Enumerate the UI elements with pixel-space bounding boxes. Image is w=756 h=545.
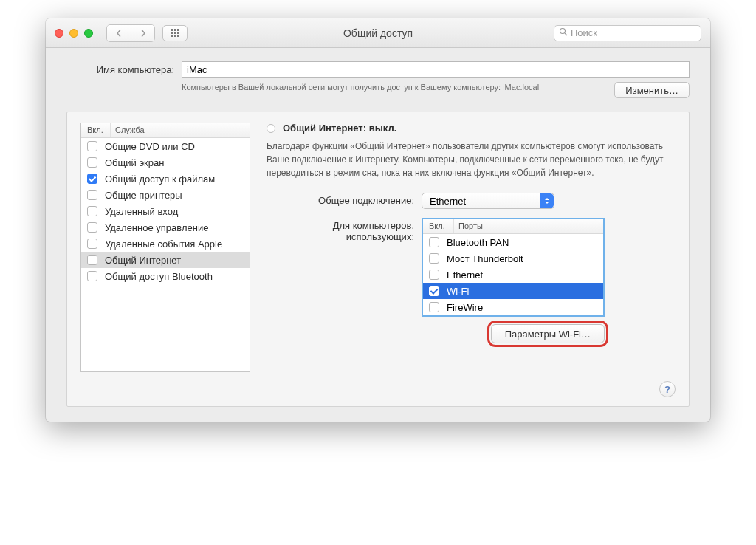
computer-name-desc-row: Компьютеры в Вашей локальной сети могут … [66, 82, 690, 98]
computer-name-label: Имя компьютера: [66, 64, 182, 75]
search-field[interactable]: Поиск [554, 25, 701, 41]
sharing-panel: Вкл. Служба Общие DVD или CDОбщий экранО… [66, 112, 690, 407]
status-indicator-icon [267, 124, 275, 133]
service-description: Благодаря функции «Общий Интернет» польз… [267, 140, 676, 179]
connection-value: Ethernet [430, 196, 466, 207]
computer-name-input[interactable] [182, 61, 690, 78]
wifi-params-row: Параметры Wi-Fi… [422, 324, 605, 343]
ports-header-on: Вкл. [423, 219, 454, 233]
port-row[interactable]: Мост Thunderbolt [423, 250, 603, 267]
titlebar: Общий доступ Поиск [46, 18, 710, 48]
service-row[interactable]: Общие принтеры [81, 187, 250, 203]
wifi-options-button[interactable]: Параметры Wi-Fi… [491, 324, 605, 343]
port-row[interactable]: Wi-Fi [423, 283, 603, 299]
change-name-button[interactable]: Изменить… [614, 82, 690, 98]
minimize-icon[interactable] [69, 29, 78, 38]
header-service: Служба [111, 123, 145, 137]
service-checkbox[interactable] [87, 255, 97, 265]
port-label: FireWire [447, 302, 483, 313]
port-row[interactable]: Ethernet [423, 267, 603, 283]
ports-header-name: Порты [454, 219, 483, 233]
service-label: Общий доступ Bluetooth [105, 271, 213, 282]
service-checkbox[interactable] [87, 206, 97, 216]
port-label: Ethernet [447, 270, 483, 281]
port-checkbox[interactable] [429, 253, 439, 264]
port-checkbox[interactable] [429, 237, 439, 247]
grid-icon [171, 29, 179, 37]
port-checkbox[interactable] [429, 302, 439, 312]
service-checkbox[interactable] [87, 157, 97, 168]
service-label: Удаленное управление [105, 222, 208, 233]
select-arrows-icon [540, 193, 554, 208]
service-row[interactable]: Общий доступ к файлам [81, 171, 250, 187]
service-checkbox[interactable] [87, 271, 97, 281]
connection-label: Общее подключение: [267, 193, 422, 206]
service-row[interactable]: Общий доступ Bluetooth [81, 268, 250, 284]
search-icon [559, 27, 568, 38]
help-button[interactable]: ? [659, 381, 676, 397]
service-row[interactable]: Общий экран [81, 154, 250, 171]
svg-point-0 [560, 29, 566, 34]
chevron-right-icon [140, 30, 147, 37]
status-text: Общий Интернет: выкл. [283, 123, 396, 134]
header-on: Вкл. [81, 123, 111, 137]
service-status: Общий Интернет: выкл. [267, 123, 676, 134]
svg-line-1 [565, 33, 567, 35]
service-label: Удаленный вход [105, 206, 178, 217]
services-header: Вкл. Служба [81, 123, 250, 138]
show-all-button[interactable] [162, 25, 188, 41]
close-icon[interactable] [55, 29, 63, 38]
service-checkbox[interactable] [87, 174, 97, 184]
window-body: Имя компьютера: Компьютеры в Вашей локал… [46, 48, 710, 422]
computer-name-description: Компьютеры в Вашей локальной сети могут … [182, 82, 614, 98]
service-label: Общий Интернет [105, 255, 181, 266]
service-label: Общий экран [105, 157, 164, 168]
service-row[interactable]: Удаленные события Apple [81, 236, 250, 252]
connection-select[interactable]: Ethernet [422, 193, 554, 209]
service-row[interactable]: Удаленное управление [81, 219, 250, 236]
ports-row: Для компьютеров, использующих: Вкл. Порт… [267, 218, 676, 343]
window-controls [55, 29, 93, 38]
service-checkbox[interactable] [87, 190, 97, 200]
service-row[interactable]: Удаленный вход [81, 203, 250, 219]
chevron-left-icon [115, 30, 123, 37]
service-row[interactable]: Общий Интернет [81, 252, 250, 268]
preferences-window: Общий доступ Поиск Имя компьютера: Компь… [46, 18, 710, 422]
services-list[interactable]: Вкл. Служба Общие DVD или CDОбщий экранО… [80, 123, 250, 372]
port-label: Bluetooth PAN [447, 237, 509, 248]
port-row[interactable]: FireWire [423, 299, 603, 315]
ports-label: Для компьютеров, использующих: [267, 218, 422, 242]
port-checkbox[interactable] [429, 286, 439, 296]
search-placeholder: Поиск [571, 27, 597, 38]
port-label: Wi-Fi [447, 286, 469, 297]
service-detail: Общий Интернет: выкл. Благодаря функции … [250, 123, 676, 394]
ports-header: Вкл. Порты [423, 219, 603, 234]
zoom-icon[interactable] [84, 29, 93, 38]
service-checkbox[interactable] [87, 222, 97, 233]
back-button[interactable] [107, 25, 131, 41]
nav-back-forward [106, 24, 155, 42]
port-row[interactable]: Bluetooth PAN [423, 234, 603, 250]
service-label: Удаленные события Apple [105, 239, 222, 250]
service-row[interactable]: Общие DVD или CD [81, 138, 250, 154]
service-checkbox[interactable] [87, 141, 97, 151]
forward-button[interactable] [131, 25, 154, 41]
port-label: Мост Thunderbolt [447, 253, 523, 264]
service-label: Общий доступ к файлам [105, 174, 215, 185]
port-checkbox[interactable] [429, 270, 439, 280]
service-label: Общие принтеры [105, 190, 182, 201]
service-label: Общие DVD или CD [105, 141, 195, 152]
connection-row: Общее подключение: Ethernet [267, 193, 676, 209]
computer-name-row: Имя компьютера: [66, 61, 690, 78]
service-checkbox[interactable] [87, 239, 97, 249]
ports-list[interactable]: Вкл. Порты Bluetooth PANМост Thunderbolt… [422, 218, 605, 317]
